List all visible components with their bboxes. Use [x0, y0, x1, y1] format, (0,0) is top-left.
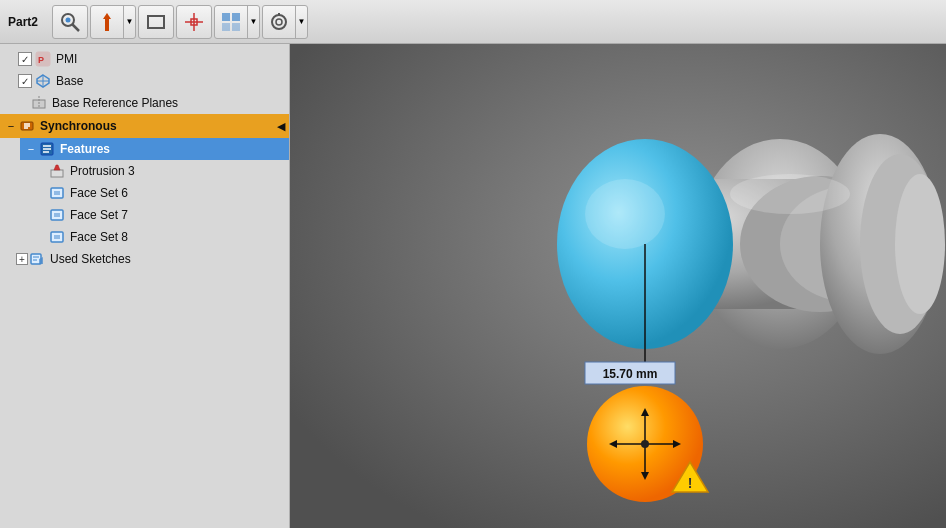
svg-marker-3 — [103, 13, 111, 19]
features-label: Features — [60, 142, 110, 156]
pmi-checkbox[interactable]: ✓ — [18, 52, 32, 66]
svg-point-14 — [276, 19, 282, 25]
pmi-label: PMI — [56, 52, 77, 66]
svg-text:15.70 mm: 15.70 mm — [603, 367, 658, 381]
viewport-scene: 15.70 mm ! — [290, 44, 946, 528]
svg-rect-9 — [222, 13, 230, 21]
protrusion-icon — [48, 162, 66, 180]
used-sketches-label: Used Sketches — [50, 252, 131, 266]
faceset6-icon — [48, 184, 66, 202]
svg-point-13 — [272, 15, 286, 29]
base-ref-planes-label: Base Reference Planes — [52, 96, 178, 110]
svg-rect-11 — [222, 23, 230, 31]
expand-placeholder — [4, 52, 18, 66]
faceset7-icon — [48, 206, 66, 224]
sync-arrow-icon: ◀ — [277, 120, 285, 133]
tree-item-used-sketches[interactable]: + Used Sketches — [0, 248, 289, 270]
main-toolbar: Part2 ▼ — [0, 0, 946, 44]
svg-rect-5 — [148, 16, 164, 28]
tool-button-4[interactable] — [176, 5, 212, 39]
pattern-icon — [215, 5, 247, 39]
rotate-icon — [263, 5, 295, 39]
base-label: Base — [56, 74, 83, 88]
features-icon — [38, 140, 56, 158]
synchronous-label: Synchronous — [40, 119, 117, 133]
svg-rect-12 — [232, 23, 240, 31]
svg-rect-34 — [54, 191, 60, 195]
base-checkbox[interactable]: ✓ — [18, 74, 32, 88]
svg-rect-36 — [54, 213, 60, 217]
dropdown-arrow2-icon[interactable]: ▼ — [247, 5, 259, 39]
tree-item-pmi[interactable]: ✓ P PMI — [0, 48, 289, 70]
svg-rect-4 — [105, 19, 109, 31]
svg-line-1 — [72, 24, 79, 31]
faceset7-label: Face Set 7 — [70, 208, 128, 222]
tree-item-features[interactable]: − Features — [20, 138, 289, 160]
svg-point-65 — [641, 440, 649, 448]
faceset8-label: Face Set 8 — [70, 230, 128, 244]
tool-button-5[interactable]: ▼ — [214, 5, 260, 39]
svg-rect-10 — [232, 13, 240, 21]
svg-text:P: P — [38, 55, 44, 65]
sync-icon — [18, 117, 36, 135]
tree-item-faceset8[interactable]: Face Set 8 — [0, 226, 289, 248]
svg-text:!: ! — [688, 475, 693, 491]
base-icon — [34, 72, 52, 90]
faceset6-label: Face Set 6 — [70, 186, 128, 200]
expand-placeholder2 — [4, 74, 18, 88]
protrusion3-label: Protrusion 3 — [70, 164, 135, 178]
tree-item-synchronous[interactable]: − Synchronous ◀ — [0, 114, 289, 138]
dropdown-arrow-icon[interactable]: ▼ — [123, 5, 135, 39]
expand-placeholder3 — [16, 96, 30, 110]
tree-item-faceset6[interactable]: Face Set 6 — [0, 182, 289, 204]
feature-tree: ✓ P PMI ✓ Base Base — [0, 44, 290, 528]
svg-rect-31 — [51, 170, 63, 177]
faceset8-icon — [48, 228, 66, 246]
features-expand[interactable]: − — [24, 142, 38, 156]
tree-item-base[interactable]: ✓ Base — [0, 70, 289, 92]
base-ref-planes-icon — [30, 94, 48, 112]
svg-point-53 — [585, 179, 665, 249]
tool-button-6[interactable]: ▼ — [262, 5, 308, 39]
svg-point-2 — [66, 17, 71, 22]
tool-button-2[interactable]: ▼ — [90, 5, 136, 39]
sketches-expand[interactable]: + — [16, 253, 28, 265]
tool-button-3[interactable] — [138, 5, 174, 39]
svg-rect-38 — [54, 235, 60, 239]
3d-viewport[interactable]: 15.70 mm ! — [290, 44, 946, 528]
tree-item-faceset7[interactable]: Face Set 7 — [0, 204, 289, 226]
svg-point-51 — [730, 174, 850, 214]
pmi-icon: P — [34, 50, 52, 68]
svg-marker-32 — [54, 165, 60, 170]
dropdown-arrow3-icon[interactable]: ▼ — [295, 5, 307, 39]
sketches-icon — [28, 250, 46, 268]
tree-item-protrusion3[interactable]: Protrusion 3 — [0, 160, 289, 182]
tool-button-1[interactable] — [52, 5, 88, 39]
move-icon — [91, 5, 123, 39]
svg-point-50 — [895, 174, 945, 314]
sync-expand[interactable]: − — [4, 119, 18, 133]
app-title: Part2 — [8, 15, 38, 29]
tree-item-base-ref-planes[interactable]: Base Reference Planes — [0, 92, 289, 114]
